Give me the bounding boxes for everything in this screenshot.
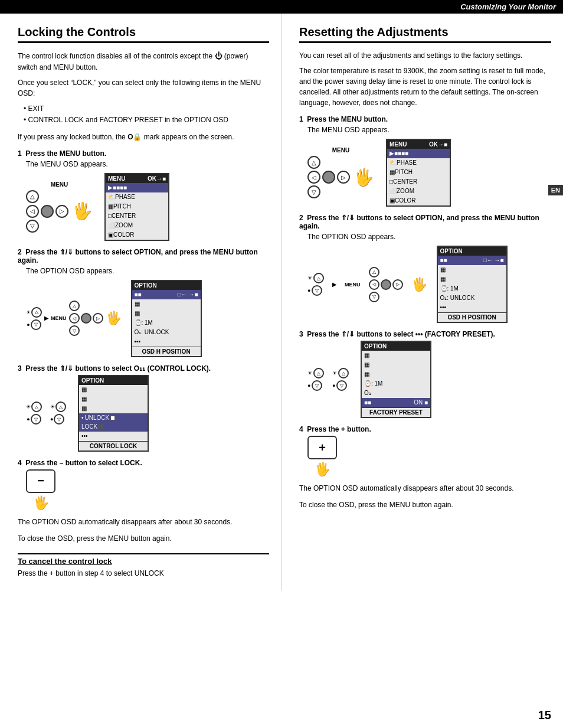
option-row-1b: ▦	[132, 309, 201, 318]
option-word-1: OPTION	[135, 282, 157, 289]
step1-buttons: MENU △ ◁ ▷ ▽	[26, 181, 93, 233]
menu-osd-1: MENU OK→■ ▶■■■■ ⛅PHASE ▦PITCH □CENTER ⬜Z…	[104, 173, 169, 241]
en-badge: EN	[548, 185, 563, 195]
right-step4-button-wrap: + 🖐	[307, 436, 337, 477]
up-btn-3a: △	[31, 401, 42, 412]
right-option-osd-1: OPTION ■■ □← →■ ▦ ▦ ⌚: 1M O₁: UNLOCK •••…	[437, 246, 508, 323]
right-bottom-text2: To close the OSD, press the MENU button …	[299, 500, 551, 510]
option-row-unlock-lock: •UNLOCK LOCK	[79, 413, 148, 432]
r-option3-row3: ▦	[362, 370, 430, 379]
right-step1-controls: MENU △ ◁ ▷ ▽ 🖐	[307, 147, 374, 198]
r-option-word-1: OPTION	[440, 248, 463, 254]
arrow-right-2: ▶	[44, 315, 48, 321]
left-column: Locking the Controls The control lock fu…	[0, 14, 282, 590]
r-left-btn-1: ◁	[307, 171, 320, 184]
up-btn-2b: △	[69, 301, 80, 311]
menu-label-1: MENU	[51, 181, 68, 188]
left-btn-1: ◁	[26, 205, 39, 218]
right-column: EN Resetting the Adjustments You can res…	[282, 14, 563, 590]
nav-arrows-1: △ ◁ ▷ ▽	[26, 190, 68, 233]
r-arrow-right-2: ▶	[332, 282, 336, 288]
right-step2-diagram-inner: ☀ △ ● ▽ ▶ MENU △ ◁ ▷	[307, 246, 508, 323]
osd-menu-word: MENU	[108, 175, 125, 182]
hand-icon-4: 🖐	[33, 495, 49, 511]
left-bottom-text1: The OPTION OSD automatically disappears …	[18, 517, 269, 527]
right-step3-controls: ☀ △ ● ▽	[307, 368, 324, 391]
r-option-row-1m: ⌚: 1M	[438, 284, 506, 293]
r-option-bottom-2: FACTORY PRESET	[362, 407, 430, 417]
option-unlock-row: •UNLOCK	[81, 414, 115, 422]
r-down-btn-2c: ▽	[369, 292, 379, 302]
header-title: Customizing Your Monitor	[460, 2, 556, 11]
r-option3-row2: ▦	[362, 360, 430, 370]
right-osd-pitch: ▦PITCH	[387, 168, 450, 177]
right-menu-label-1: MENU	[332, 147, 349, 154]
up-btn-3b: △	[55, 401, 66, 412]
step4-diagram: − 🖐	[26, 469, 269, 511]
right-osd-zoom: ⬜ZOOM	[387, 187, 450, 196]
left-section-title: Locking the Controls	[18, 25, 269, 43]
right-step3-label: 3 Press the ⇑/⇓ buttons to select ••• (F…	[299, 330, 551, 338]
right-option-title-1: OPTION	[438, 247, 506, 256]
page-number: 15	[538, 709, 551, 722]
option-row-1c: ⌚: 1M	[132, 318, 201, 328]
right-btn-2: ▷	[93, 313, 103, 324]
right-step4-diagram: + 🖐	[307, 436, 551, 477]
r-option-word-2: OPTION	[364, 343, 387, 350]
r-down-btn-1: ▽	[307, 185, 320, 198]
r-option-nav-row: ■■ □← →■	[438, 256, 506, 265]
right-osd-highlight: ▶■■■■	[387, 149, 450, 158]
step2-sub: The OPTION OSD appears.	[26, 267, 269, 275]
osd-title-bar-1: MENU OK→■	[106, 174, 168, 183]
right-hand-4: 🖐	[315, 462, 330, 477]
step4-button-wrap: − 🖐	[26, 469, 55, 511]
right-step3-diagram: ☀ △ ● ▽ ☀ △ ● ▽	[307, 341, 551, 418]
enter-btn-1	[41, 205, 54, 218]
osd-row-pitch-1: ▦PITCH	[106, 202, 168, 211]
step3-controls: ☀ △ ● ▽	[26, 401, 42, 425]
left-para2: Once you select “LOCK,” you can select o…	[18, 77, 269, 99]
r-option3-row1m: ⌚: 1M	[362, 379, 430, 389]
option-title-bar-1: OPTION	[132, 281, 201, 290]
option-row-1a: ▦	[132, 299, 201, 309]
right-option-title-2: OPTION	[362, 342, 430, 351]
osd-row-phase-1: ⛅PHASE	[106, 192, 168, 202]
r-up-btn-3a: △	[313, 368, 324, 378]
right-para2: The color temperature is reset to 9300K,…	[299, 66, 551, 108]
right-para1: You can reset all of the adjustments and…	[299, 50, 551, 61]
bullet-item-2: CONTROL LOCK and FACTORY PRESET in the O…	[24, 115, 269, 126]
r-option-row-1: ▦	[438, 265, 506, 275]
r-left-btn-2: ◁	[369, 279, 379, 290]
option-row-2a: ▦	[79, 385, 148, 394]
r-up-btn-2b: △	[369, 267, 379, 278]
r-down-btn-3b: ▽	[336, 380, 347, 391]
left-bottom-text2: To close the OSD, press the MENU button …	[18, 533, 269, 544]
option-title-bar-2: OPTION	[79, 376, 148, 385]
right-osd-center: □CENTER	[387, 177, 450, 187]
bullet-item-1: EXIT	[24, 103, 269, 115]
down-btn-1: ▽	[26, 220, 39, 233]
down-btn-2: ▽	[31, 319, 41, 330]
option-osd-1: OPTION ■■ □← →■ ▦ ▦ ⌚: 1M O₁: UNLOCK •••…	[131, 280, 202, 357]
right-step1-diagram: MENU △ ◁ ▷ ▽ 🖐	[307, 139, 551, 207]
down-btn-3b: ▽	[54, 414, 64, 425]
down-btn-3a: ▽	[31, 414, 41, 425]
right-nav-arrows-1: △ ◁ ▷ ▽	[307, 156, 350, 198]
r-option3-on-row: O₁	[362, 389, 430, 398]
option-row-unlock-1: O₁: UNLOCK	[132, 328, 201, 337]
right-hand-2: 🖐	[411, 277, 427, 292]
osd-row-center-1: □CENTER	[106, 211, 168, 221]
cancel-section: To cancel the control lock Press the + b…	[18, 553, 269, 579]
right-step2-controls: ☀ △ ● ▽	[307, 273, 324, 296]
right-menu-osd-1: MENU OK→■ ▶■■■■ ⛅PHASE ▦PITCH □CENTER ⬜Z…	[386, 139, 451, 207]
cancel-text: Press the + button in step 4 to select U…	[18, 568, 269, 579]
r-right-btn-2: ▷	[392, 279, 403, 290]
r-up-btn-2a: △	[313, 273, 324, 283]
option-row-dots-2: •••	[79, 432, 148, 441]
r-ok-btn-2	[381, 279, 391, 290]
option-bottom-1: OSD H POSITION	[132, 347, 201, 356]
option-word-2: OPTION	[81, 377, 104, 384]
right-osd-color: ▣COLOR	[387, 196, 450, 205]
ok-btn-2	[81, 313, 91, 324]
step2-label: 2 Press the ⇑/⇓ buttons to select OPTION…	[18, 248, 269, 265]
